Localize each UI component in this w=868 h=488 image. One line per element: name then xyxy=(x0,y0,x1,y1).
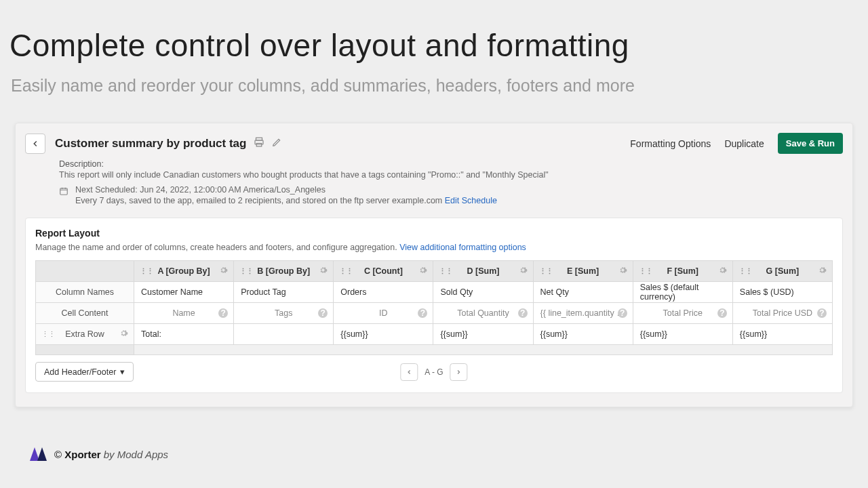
extra-row-cell[interactable] xyxy=(234,324,334,344)
description-text: This report will only include Canadian c… xyxy=(59,170,843,180)
gear-icon[interactable] xyxy=(418,266,427,277)
cell-content-text: Total Price xyxy=(640,308,726,318)
extra-row: ⋮⋮ Extra Row Total:{{sum}}{{sum}}{{sum}}… xyxy=(36,323,832,344)
header-row: ⋮⋮A [Group By]⋮⋮B [Group By]⋮⋮C [Count]⋮… xyxy=(36,261,832,281)
column-header-label: D [Sum] xyxy=(467,266,500,276)
page-footer: © Xporter by Modd Apps xyxy=(30,447,168,461)
cell-content-cell[interactable]: Name? xyxy=(134,303,234,323)
gear-icon[interactable] xyxy=(219,266,228,277)
drag-handle-icon[interactable]: ⋮⋮ xyxy=(738,267,752,276)
column-header-label: E [Sum] xyxy=(567,266,599,276)
cell-content-cell[interactable]: {{ line_item.quantity * line_it? xyxy=(534,303,633,323)
report-title: Customer summary by product tag xyxy=(55,137,246,150)
report-layout-title: Report Layout xyxy=(35,228,833,239)
extra-row-cell[interactable]: {{sum}} xyxy=(433,324,533,344)
page-heading: Complete control over layout and formatt… xyxy=(0,0,868,64)
gear-icon[interactable] xyxy=(618,266,627,277)
column-name-cell[interactable]: Customer Name xyxy=(134,282,234,302)
drag-handle-icon[interactable]: ⋮⋮ xyxy=(639,267,652,276)
pager-next-button[interactable] xyxy=(450,363,468,381)
help-icon[interactable]: ? xyxy=(817,308,827,318)
column-header[interactable]: ⋮⋮D [Sum] xyxy=(433,261,533,281)
drag-handle-icon[interactable]: ⋮⋮ xyxy=(140,267,153,276)
gear-icon[interactable] xyxy=(519,266,528,277)
filler-row xyxy=(36,344,832,354)
report-editor-panel: Customer summary by product tag Formatti… xyxy=(15,123,853,407)
gear-icon[interactable] xyxy=(718,266,727,277)
add-header-footer-button[interactable]: Add Header/Footer ▾ xyxy=(35,362,134,382)
cell-content-label: Cell Content xyxy=(36,303,134,323)
extra-row-label: ⋮⋮ Extra Row xyxy=(36,324,134,344)
description-label: Description: xyxy=(59,159,843,169)
column-name-cell[interactable]: Net Qty xyxy=(534,282,633,302)
schedule-details-text: Every 7 days, saved to the app, emailed … xyxy=(75,196,445,205)
drag-handle-icon[interactable]: ⋮⋮ xyxy=(239,267,253,276)
gear-icon[interactable] xyxy=(818,266,827,277)
duplicate-link[interactable]: Duplicate xyxy=(724,138,764,149)
column-header[interactable]: ⋮⋮A [Group By] xyxy=(134,261,234,281)
drag-handle-icon[interactable]: ⋮⋮ xyxy=(539,267,553,276)
column-header-label: A [Group By] xyxy=(157,266,210,276)
help-icon[interactable]: ? xyxy=(618,308,627,318)
column-header-label: B [Group By] xyxy=(257,266,310,276)
column-name-cell[interactable]: Orders xyxy=(334,282,433,302)
cell-content-cell[interactable]: Total Price? xyxy=(633,303,733,323)
cell-content-text: Total Quantity xyxy=(440,308,526,318)
column-header[interactable]: ⋮⋮G [Sum] xyxy=(733,261,832,281)
edit-schedule-link[interactable]: Edit Schedule xyxy=(445,196,497,205)
gear-icon[interactable] xyxy=(319,266,328,277)
caret-down-icon: ▾ xyxy=(120,367,125,377)
layout-grid: ⋮⋮A [Group By]⋮⋮B [Group By]⋮⋮C [Count]⋮… xyxy=(35,260,833,355)
cell-content-text: Name xyxy=(141,308,226,318)
formatting-options-link[interactable]: Formatting Options xyxy=(630,138,711,149)
page-subheading: Easily name and reorder your columns, ad… xyxy=(0,64,868,96)
column-names-row: Column Names Customer NameProduct TagOrd… xyxy=(36,281,832,302)
copyright-symbol: © xyxy=(54,449,64,460)
column-header[interactable]: ⋮⋮E [Sum] xyxy=(534,261,633,281)
cell-content-cell[interactable]: Total Price USD? xyxy=(733,303,832,323)
back-button[interactable] xyxy=(25,134,45,154)
column-header-label: F [Sum] xyxy=(667,266,699,276)
pager-prev-button[interactable] xyxy=(400,363,418,381)
cell-content-cell[interactable]: Tags? xyxy=(234,303,334,323)
extra-row-cell[interactable]: {{sum}} xyxy=(733,324,832,344)
column-header[interactable]: ⋮⋮F [Sum] xyxy=(633,261,733,281)
column-name-cell[interactable]: Product Tag xyxy=(234,282,334,302)
by-line: by Modd Apps xyxy=(101,449,169,460)
report-layout-desc: Manage the name and order of columns, cr… xyxy=(35,243,397,252)
extra-row-cell[interactable]: Total: xyxy=(134,324,234,344)
drag-handle-icon[interactable]: ⋮⋮ xyxy=(41,330,55,339)
gear-icon[interactable] xyxy=(119,329,128,340)
drag-handle-icon[interactable]: ⋮⋮ xyxy=(439,267,452,276)
report-meta: Description: This report will only inclu… xyxy=(25,154,843,205)
title-bar: Customer summary by product tag Formatti… xyxy=(25,133,843,154)
cell-content-row: Cell Content Name?Tags?ID?Total Quantity… xyxy=(36,302,832,323)
view-formatting-options-link[interactable]: View additional formatting options xyxy=(399,243,526,252)
cell-content-text: {{ line_item.quantity * line_it xyxy=(540,308,626,318)
extra-row-cell[interactable]: {{sum}} xyxy=(334,324,433,344)
column-name-cell[interactable]: Sales $ (default currency) xyxy=(633,282,733,302)
edit-icon[interactable] xyxy=(272,138,281,150)
svg-rect-2 xyxy=(257,143,262,146)
column-header[interactable]: ⋮⋮C [Count] xyxy=(334,261,433,281)
next-scheduled-text: Next Scheduled: Jun 24, 2022, 12:00:00 A… xyxy=(75,185,497,195)
save-run-button[interactable]: Save & Run xyxy=(778,133,843,154)
column-header[interactable]: ⋮⋮B [Group By] xyxy=(234,261,334,281)
help-icon[interactable]: ? xyxy=(518,308,528,318)
cell-content-cell[interactable]: ID? xyxy=(334,303,433,323)
print-icon[interactable] xyxy=(253,136,265,151)
pager-range-text: A - G xyxy=(420,367,447,377)
help-icon[interactable]: ? xyxy=(717,308,727,318)
header-row-label xyxy=(36,261,134,281)
drag-handle-icon[interactable]: ⋮⋮ xyxy=(339,267,353,276)
column-header-label: C [Count] xyxy=(364,266,403,276)
calendar-icon xyxy=(59,186,68,198)
svg-rect-3 xyxy=(60,188,68,195)
extra-row-cell[interactable]: {{sum}} xyxy=(534,324,633,344)
column-name-cell[interactable]: Sold Qty xyxy=(433,282,533,302)
column-names-label: Column Names xyxy=(36,282,134,302)
column-name-cell[interactable]: Sales $ (USD) xyxy=(733,282,832,302)
extra-row-cell[interactable]: {{sum}} xyxy=(633,324,733,344)
cell-content-cell[interactable]: Total Quantity? xyxy=(433,303,533,323)
column-pager: A - G xyxy=(400,363,467,381)
